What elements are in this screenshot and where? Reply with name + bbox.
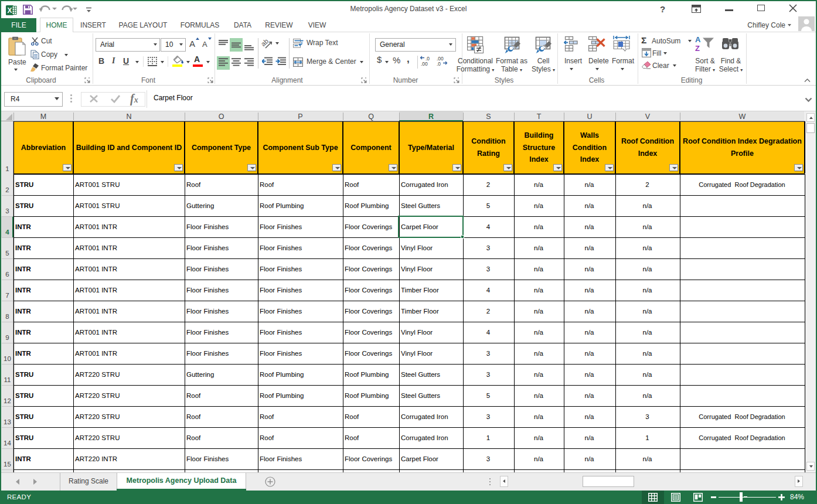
svg-text:.0: .0 — [437, 61, 441, 66]
svg-text:A: A — [695, 35, 701, 44]
svg-text:ab: ab — [261, 38, 270, 47]
svg-text:Z: Z — [695, 44, 700, 53]
svg-text:.00: .00 — [421, 61, 428, 66]
svg-text:?: ? — [660, 4, 665, 13]
svg-text:X: X — [7, 6, 12, 15]
